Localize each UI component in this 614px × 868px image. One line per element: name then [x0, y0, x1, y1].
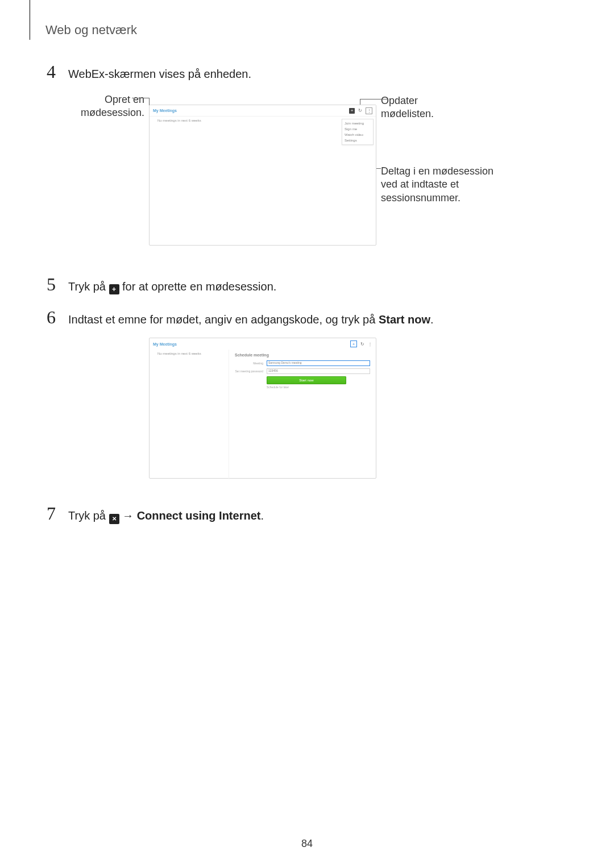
section-title: Web og netværk: [45, 23, 137, 38]
step-number: 5: [40, 274, 63, 295]
overflow-icon[interactable]: ⋮: [368, 342, 372, 347]
plus-icon[interactable]: +: [350, 340, 357, 347]
step-6: 6 Indtast et emne for mødet, angiv en ad…: [40, 307, 434, 328]
input-meeting-name[interactable]: Samsung Demo's meeting: [267, 360, 370, 366]
annotation-join-session: Deltag i en mødesession ved at indtaste …: [381, 165, 506, 205]
schedule-later-link[interactable]: Schedule for later: [267, 385, 370, 389]
input-password[interactable]: 123456: [267, 368, 370, 374]
screenshot-toolbar: My Meetings + ↻ ⋮: [150, 338, 376, 350]
step-7: 7 Tryk på ✕ → Connect using Internet.: [40, 503, 264, 524]
step-text: Tryk på + for at oprette en mødesession.: [68, 279, 276, 294]
screenshot-webex-schedule: My Meetings + ↻ ⋮ No meetings in next 6 …: [149, 338, 376, 479]
plus-icon: +: [109, 284, 119, 294]
step-number: 4: [40, 61, 63, 82]
header-rule: [30, 0, 30, 40]
step-4: 4 WebEx-skærmen vises på enheden.: [40, 61, 251, 82]
page-number: 84: [0, 838, 614, 850]
screen-title: My Meetings: [153, 342, 177, 346]
step-number: 7: [40, 503, 63, 524]
menu-item-settings[interactable]: Settings: [345, 138, 371, 143]
annotation-update-list: Opdater mødelisten.: [381, 94, 434, 121]
screenshot-toolbar: My Meetings + ↻ ⋮: [150, 105, 376, 117]
empty-state-text: No meetings in next 6 weeks: [150, 350, 229, 479]
step-text: Tryk på ✕ → Connect using Internet.: [68, 508, 264, 524]
refresh-icon[interactable]: ↻: [358, 108, 362, 113]
overflow-menu: Join meeting Sign me Watch video Setting…: [342, 119, 374, 145]
step-text: Indtast et emne for mødet, angiv en adga…: [68, 312, 434, 327]
signal-icon: ✕: [109, 514, 119, 524]
step-text: WebEx-skærmen vises på enheden.: [68, 66, 251, 82]
menu-item-watch[interactable]: Watch video: [345, 132, 371, 138]
label-meeting: Meeting: [235, 362, 263, 365]
refresh-icon[interactable]: ↻: [360, 342, 364, 347]
annotation-create-session: Opret en mødesession.: [81, 93, 144, 120]
screen-title: My Meetings: [153, 109, 177, 113]
overflow-icon[interactable]: ⋮: [366, 107, 372, 114]
menu-item-join[interactable]: Join meeting: [345, 121, 371, 126]
start-now-button[interactable]: Start now: [267, 376, 346, 384]
leader-line: [360, 99, 377, 99]
label-password: Set meeting password: [235, 369, 263, 373]
screenshot-webex-list: My Meetings + ↻ ⋮ No meetings in next 6 …: [149, 105, 376, 246]
menu-item-signme[interactable]: Sign me: [345, 126, 371, 132]
step-5: 5 Tryk på + for at oprette en mødesessio…: [40, 274, 276, 295]
plus-icon[interactable]: +: [349, 108, 355, 114]
panel-heading: Schedule meeting: [235, 353, 370, 357]
step-number: 6: [40, 307, 63, 328]
